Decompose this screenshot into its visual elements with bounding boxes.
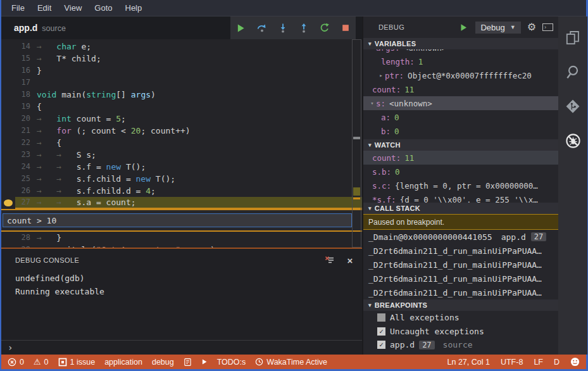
start-debug-icon[interactable] [458, 22, 469, 33]
clock-icon[interactable]: WakaTime Active [255, 358, 327, 367]
gutter[interactable] [1, 232, 15, 244]
status-ln-27-col-1[interactable]: Ln 27, Col 1 [447, 358, 490, 367]
condition-input[interactable]: count > 10 [3, 213, 352, 227]
unchecked-checkbox[interactable] [377, 313, 385, 322]
expanded-arrow-icon[interactable]: ▾ [368, 49, 376, 51]
debug-icon[interactable] [564, 132, 582, 149]
variable-row[interactable]: count:11 [363, 151, 558, 165]
code-line-28[interactable]: 28→ } [1, 232, 362, 244]
tab-app-d[interactable]: app.d source [1, 23, 66, 33]
gutter[interactable] [1, 113, 15, 125]
restart-icon[interactable] [318, 22, 331, 34]
collapsed-arrow-icon[interactable]: ▸ [377, 72, 385, 79]
warning-icon[interactable]: ⚠0 [34, 358, 49, 367]
gutter[interactable] [1, 173, 15, 185]
variable-row[interactable]: length:1 [363, 54, 558, 68]
stack-frame[interactable]: _D2rt6dmain211_d_run_mainUiPPaPUAA… [363, 272, 558, 286]
step-into-icon[interactable] [277, 22, 289, 34]
status-debug[interactable]: debug [152, 358, 174, 367]
breakpoint-item[interactable]: All exceptions [363, 311, 558, 325]
status-d[interactable]: D [554, 358, 560, 367]
debug-console-output[interactable]: undefined(gdb)Running executable [1, 269, 362, 340]
status-utf-8[interactable]: UTF-8 [501, 358, 523, 367]
code-line-29[interactable]: 29→ writeln("Got Arguments: ", args); [1, 244, 362, 248]
breakpoint-gutter[interactable] [1, 197, 15, 209]
variable-row[interactable]: s.b:0 [363, 165, 558, 179]
code-line-21[interactable]: 21→ for (; count < 20; count++) [1, 125, 362, 137]
expanded-arrow-icon[interactable]: ▾ [368, 100, 376, 106]
code-line-25[interactable]: 25→ → s.f.child = new T(); [1, 173, 362, 185]
continue-icon[interactable] [235, 22, 247, 34]
close-icon[interactable]: × [344, 255, 356, 266]
variable-row[interactable]: s.c:{length = 0, ptr = 0x00000000… [363, 179, 558, 192]
code-line-18[interactable]: 18void main(string[] args) [1, 89, 362, 101]
section-header-callstack[interactable]: ▾ CALL STACK [363, 203, 558, 214]
code-line-16[interactable]: 16} [1, 65, 362, 77]
variable-row[interactable]: a:0 [363, 110, 558, 124]
code-line-26[interactable]: 26→ → s.f.child.d = 4; [1, 185, 362, 197]
menu-help[interactable]: Help [119, 3, 149, 13]
gutter[interactable] [1, 89, 15, 101]
scrollbar-thumb[interactable] [353, 137, 360, 139]
feedback-smiley-icon[interactable] [570, 357, 580, 367]
search-icon[interactable] [564, 63, 582, 81]
code-line-22[interactable]: 22→ { [1, 137, 362, 149]
step-out-icon[interactable] [297, 22, 310, 34]
gutter[interactable] [1, 101, 15, 113]
stack-frame[interactable]: _D2rt6dmain211_d_run_mainUiPPaPUAA… [363, 244, 558, 258]
breakpoint-item[interactable]: ✓app.d27source [363, 338, 558, 352]
gutter[interactable] [1, 185, 15, 197]
gutter[interactable] [1, 53, 15, 65]
code-line-20[interactable]: 20→ int count = 5; [1, 113, 362, 125]
explorer-icon[interactable] [564, 29, 582, 47]
code-line-23[interactable]: 23→ → S s; [1, 149, 362, 161]
gutter[interactable] [1, 65, 15, 77]
journal-icon[interactable] [184, 358, 192, 367]
variable-row[interactable]: ▸ptr:Object@*0x00007fffffffec20 [363, 68, 558, 82]
gutter[interactable] [1, 41, 15, 53]
code-line-19[interactable]: 19{ [1, 101, 362, 113]
source-control-icon[interactable] [564, 97, 582, 115]
section-header-breakpoints[interactable]: ▾ BREAKPOINTS [363, 299, 558, 311]
stack-frame[interactable]: _D2rt6dmain211_d_run_mainUiPPaPUAA… [363, 286, 558, 299]
debug-console-input[interactable]: › [1, 340, 362, 355]
gutter[interactable] [1, 149, 15, 161]
stack-frame[interactable]: _D2rt6dmain211_d_run_mainUiPPaPUAA… [363, 258, 558, 272]
breakpoint-dot-icon[interactable] [4, 199, 13, 206]
stop-icon[interactable] [339, 22, 352, 34]
code-line-15[interactable]: 15→ T* child; [1, 53, 362, 65]
debug-profile-dropdown[interactable]: Debug ▼ [475, 22, 520, 34]
gutter[interactable] [1, 244, 15, 248]
clear-console-icon[interactable] [324, 255, 335, 266]
run-icon[interactable] [201, 358, 208, 365]
variable-row[interactable]: count:11 [363, 82, 558, 96]
gutter[interactable] [1, 77, 15, 89]
checked-checkbox[interactable]: ✓ [377, 327, 385, 336]
menu-goto[interactable]: Goto [88, 3, 118, 13]
checked-checkbox[interactable]: ✓ [377, 341, 385, 349]
menu-view[interactable]: View [58, 3, 88, 13]
variable-row[interactable]: b:0 [363, 124, 558, 138]
variable-row[interactable]: ▾args:<unknown> [363, 49, 558, 54]
code-line-17[interactable]: 17 [1, 77, 362, 89]
gutter[interactable] [1, 161, 15, 173]
code-line-27[interactable]: 27→ → s.a = count; [1, 197, 362, 209]
editor-scrollbar[interactable] [352, 39, 361, 248]
error-icon[interactable]: 0 [8, 358, 24, 367]
step-over-icon[interactable] [256, 22, 268, 34]
code-line-14[interactable]: 14→ char e; [1, 41, 362, 53]
debug-console-icon[interactable]: › [542, 23, 553, 31]
section-header-variables[interactable]: ▾ VARIABLES [363, 38, 558, 49]
menu-edit[interactable]: Edit [31, 3, 58, 13]
menu-file[interactable]: File [5, 3, 31, 13]
breakpoint-item[interactable]: ✓Uncaught exceptions [363, 325, 558, 339]
status-todo-s[interactable]: TODO:s [217, 358, 246, 367]
section-header-watch[interactable]: ▾ WATCH [363, 139, 558, 151]
code-line-24[interactable]: 24→ → s.f = new T(); [1, 161, 362, 173]
variable-row[interactable]: ▾s:<unknown> [363, 96, 558, 110]
gutter[interactable] [1, 125, 15, 137]
variable-row[interactable]: *s.f:{d = 0 '\\x00', e = 255 '\\x… [363, 192, 558, 203]
issues-icon[interactable]: 1 issue [58, 358, 96, 367]
gutter[interactable] [1, 137, 15, 149]
stack-frame[interactable]: _Dmain@0x0000000000441055app.d27 [363, 230, 558, 244]
